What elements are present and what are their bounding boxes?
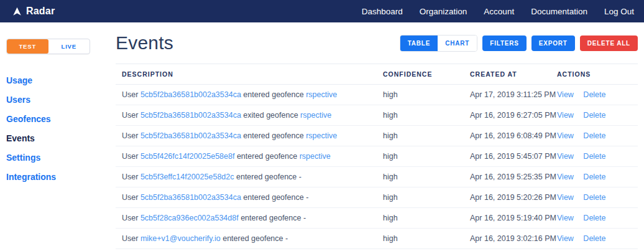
event-action-text: entered geofence xyxy=(237,152,297,161)
sidebar-item-integrations[interactable]: Integrations xyxy=(6,167,116,186)
view-link[interactable]: View xyxy=(557,173,574,181)
environment-toggle: TEST LIVE xyxy=(6,39,90,54)
event-action-text: entered geofence xyxy=(243,90,303,99)
table-row: User mike+v1@voucherify.io entered geofe… xyxy=(116,229,638,249)
events-table: DESCRIPTION CONFIDENCE CREATED AT ACTION… xyxy=(116,64,638,249)
sidebar-item-usage[interactable]: Usage xyxy=(6,70,116,90)
delete-link[interactable]: Delete xyxy=(583,214,605,222)
geofence-link[interactable]: rspective xyxy=(306,131,337,140)
user-link[interactable]: 5cb5f2ba36581b002a3534ca xyxy=(140,90,241,99)
actions-cell: View Delete xyxy=(557,105,638,126)
event-description-cell: User 5cb5f3effc14f20025e58d2c entered ge… xyxy=(116,167,383,187)
geofence-text: - xyxy=(299,173,301,181)
actions-cell: View Delete xyxy=(557,126,638,146)
confidence-cell: high xyxy=(383,146,470,167)
view-link[interactable]: View xyxy=(557,131,574,140)
view-link[interactable]: View xyxy=(557,193,574,202)
user-link[interactable]: 5cb5f426fc14f20025e58e8f xyxy=(140,152,235,161)
created-at-cell: Apr 16, 2019 3:02:16 PM xyxy=(470,229,557,249)
export-button[interactable]: EXPORT xyxy=(531,36,575,51)
header-confidence: CONFIDENCE xyxy=(383,64,470,85)
delete-all-button[interactable]: DELETE ALL xyxy=(580,36,638,51)
radar-logo[interactable]: Radar xyxy=(12,6,55,17)
view-link[interactable]: View xyxy=(557,90,574,99)
confidence-cell: high xyxy=(383,126,470,146)
sidebar-nav: Usage Users Geofences Events Settings In… xyxy=(6,70,116,186)
chart-view-button[interactable]: CHART xyxy=(438,36,477,51)
table-row: User 5cb5f2ba36581b002a3534ca entered ge… xyxy=(116,126,638,146)
events-table-body: User 5cb5f2ba36581b002a3534ca entered ge… xyxy=(116,85,638,249)
geofence-link[interactable]: rspective xyxy=(300,152,331,161)
table-row: User 5cb5f2ba36581b002a3534ca entered ge… xyxy=(116,187,638,208)
confidence-cell: high xyxy=(383,105,470,126)
sidebar-item-users[interactable]: Users xyxy=(6,90,116,109)
created-at-cell: Apr 16, 2019 5:45:07 PM xyxy=(470,146,557,167)
test-toggle-button[interactable]: TEST xyxy=(7,39,48,54)
delete-link[interactable]: Delete xyxy=(583,111,605,120)
navbar-link[interactable]: Dashboard xyxy=(362,7,403,16)
description-prefix: User xyxy=(122,131,138,140)
description-prefix: User xyxy=(122,214,138,222)
sidebar: TEST LIVE Usage Users Geofences Events S… xyxy=(0,22,116,251)
table-row: User 5cb5f426fc14f20025e58e8f entered ge… xyxy=(116,146,638,167)
created-at-cell: Apr 16, 2019 5:20:26 PM xyxy=(470,187,557,208)
header-created-at: CREATED AT xyxy=(470,64,557,85)
user-link[interactable]: 5cb5f28ca936ec002a534d8f xyxy=(140,214,239,222)
filters-button[interactable]: FILTERS xyxy=(482,36,527,51)
sidebar-item-settings[interactable]: Settings xyxy=(6,148,116,167)
confidence-cell: high xyxy=(383,229,470,249)
user-link[interactable]: 5cb5f2ba36581b002a3534ca xyxy=(140,131,241,140)
event-description-cell: User 5cb5f426fc14f20025e58e8f entered ge… xyxy=(116,146,383,167)
table-row: User 5cb5f2ba36581b002a3534ca entered ge… xyxy=(116,85,638,105)
delete-link[interactable]: Delete xyxy=(583,193,605,202)
confidence-cell: high xyxy=(383,85,470,105)
description-prefix: User xyxy=(122,173,138,181)
header-description: DESCRIPTION xyxy=(116,64,383,85)
geofence-link[interactable]: rspective xyxy=(300,111,331,120)
delete-link[interactable]: Delete xyxy=(583,152,605,161)
event-description-cell: User 5cb5f2ba36581b002a3534ca entered ge… xyxy=(116,126,383,146)
description-prefix: User xyxy=(122,111,138,120)
table-row: User 5cb5f3effc14f20025e58d2c entered ge… xyxy=(116,167,638,187)
radar-triangle-icon xyxy=(12,7,22,16)
actions-cell: View Delete xyxy=(557,146,638,167)
view-mode-segmented-control: TABLE CHART xyxy=(400,35,478,52)
created-at-cell: Apr 16, 2019 5:25:35 PM xyxy=(470,167,557,187)
view-link[interactable]: View xyxy=(557,214,574,222)
geofence-text: - xyxy=(306,193,308,202)
actions-cell: View Delete xyxy=(557,208,638,229)
created-at-cell: Apr 16, 2019 5:19:40 PM xyxy=(470,208,557,229)
navbar-link[interactable]: Documentation xyxy=(531,7,587,16)
geofence-link[interactable]: rspective xyxy=(306,90,337,99)
view-link[interactable]: View xyxy=(557,111,574,120)
view-link[interactable]: View xyxy=(557,152,574,161)
delete-link[interactable]: Delete xyxy=(583,90,605,99)
table-row: User 5cb5f28ca936ec002a534d8f entered ge… xyxy=(116,208,638,229)
table-view-button[interactable]: TABLE xyxy=(400,36,438,51)
user-link[interactable]: 5cb5f3effc14f20025e58d2c xyxy=(140,173,234,181)
geofence-text: - xyxy=(303,214,306,222)
navbar-link[interactable]: Account xyxy=(484,7,514,16)
user-link[interactable]: 5cb5f2ba36581b002a3534ca xyxy=(140,111,241,120)
table-header-row: DESCRIPTION CONFIDENCE CREATED AT ACTION… xyxy=(116,64,638,85)
actions-cell: View Delete xyxy=(557,167,638,187)
delete-link[interactable]: Delete xyxy=(583,234,605,243)
navbar-link[interactable]: Log Out xyxy=(604,7,634,16)
sidebar-item-geofences[interactable]: Geofences xyxy=(6,109,116,128)
user-link[interactable]: 5cb5f2ba36581b002a3534ca xyxy=(140,193,241,202)
delete-link[interactable]: Delete xyxy=(583,173,605,181)
event-action-text: entered geofence xyxy=(243,131,303,140)
brand-name: Radar xyxy=(26,6,55,17)
event-description-cell: User mike+v1@voucherify.io entered geofe… xyxy=(116,229,383,249)
page-title: Events xyxy=(116,32,173,54)
actions-cell: View Delete xyxy=(557,187,638,208)
sidebar-item-events: Events xyxy=(6,128,116,148)
live-toggle-button[interactable]: LIVE xyxy=(48,39,90,54)
user-link[interactable]: mike+v1@voucherify.io xyxy=(140,234,221,243)
delete-link[interactable]: Delete xyxy=(583,131,605,140)
description-prefix: User xyxy=(122,234,138,243)
actions-cell: View Delete xyxy=(557,85,638,105)
top-navbar: Radar Dashboard Organization Account Doc… xyxy=(0,0,644,22)
navbar-link[interactable]: Organization xyxy=(420,7,467,16)
view-link[interactable]: View xyxy=(557,234,574,243)
